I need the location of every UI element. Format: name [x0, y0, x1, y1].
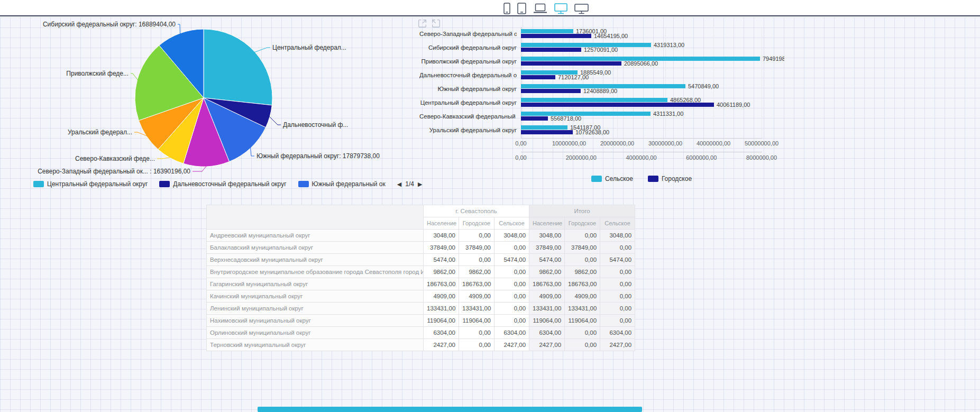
bar-gorodskoe[interactable]	[521, 116, 548, 121]
bar-gorodskoe[interactable]	[521, 48, 581, 52]
bar-selskoe[interactable]	[521, 125, 567, 130]
table-corner-cell	[207, 205, 424, 230]
legend-swatch	[648, 176, 658, 182]
value-cell: 9862,00	[529, 266, 565, 278]
bar-chart-widget: Северо-Западный федеральный ок...1736001…	[419, 27, 784, 188]
table-row[interactable]: Орлиновский муниципальный округ6304,000,…	[207, 327, 635, 339]
row-name-cell: Внутригородское муниципальное образовани…	[207, 266, 424, 278]
table-row[interactable]: Терновский муниципальный округ2427,000,0…	[207, 339, 635, 351]
bar-category-label: Южный федеральный округ	[419, 86, 517, 92]
row-name-cell: Ленинский муниципальный округ	[207, 303, 424, 315]
table-group-header[interactable]: Итого	[529, 205, 635, 217]
value-cell: 2427,00	[494, 339, 529, 351]
table-column-header[interactable]: Городское	[459, 217, 494, 230]
value-cell: 5474,00	[529, 254, 565, 266]
table-row[interactable]: Ленинский муниципальный округ133431,0013…	[207, 303, 635, 315]
value-cell: 133431,00	[565, 303, 600, 315]
value-cell: 0,00	[600, 290, 635, 303]
mobile-portrait-icon[interactable]	[503, 3, 510, 14]
bar-selskoe[interactable]	[521, 112, 651, 116]
value-cell: 37849,00	[459, 242, 494, 254]
table-column-header[interactable]: Городское	[565, 217, 600, 230]
legend-prev-icon[interactable]: ◀	[397, 181, 401, 187]
value-cell: 0,00	[600, 303, 635, 315]
value-cell: 119064,00	[565, 315, 600, 327]
table-column-header[interactable]: Сельское	[600, 217, 635, 230]
bar-axis-line-selskoe	[521, 152, 762, 152]
pie-legend-item[interactable]: Южный федеральный ок	[298, 180, 386, 188]
value-cell: 0,00	[600, 278, 635, 290]
value-cell: 0,00	[459, 254, 494, 266]
bar-gorodskoe[interactable]	[521, 34, 591, 38]
value-cell: 4909,00	[565, 290, 600, 303]
desktop-monitor-icon[interactable]	[554, 3, 567, 14]
bar-gorodskoe[interactable]	[521, 103, 714, 107]
bar-axis-selskoe: 0,002000000,004000000,006000000,00800000…	[419, 154, 784, 162]
pie-slice-label: Сибирский федеральный округ: 16889404,00	[43, 21, 176, 28]
bar-value-label: 20895066,00	[624, 61, 658, 67]
table-column-header[interactable]: Сельское	[494, 217, 529, 230]
table-row[interactable]: Нахимовский муниципальный округ119064,00…	[207, 315, 635, 327]
bar-value-label: 4319313,00	[654, 42, 684, 48]
value-cell: 3048,00	[494, 230, 529, 242]
row-name-cell: Андреевский муниципальный округ	[207, 230, 424, 242]
table-row[interactable]: Качинский муниципальный округ4909,004909…	[207, 290, 635, 303]
bar-value-label: 12408889,00	[583, 88, 617, 94]
value-cell: 0,00	[565, 339, 600, 351]
value-cell: 5474,00	[424, 254, 459, 266]
value-cell: 0,00	[494, 315, 529, 327]
pie-slice-0[interactable]	[204, 29, 272, 105]
pie-legend: Центральный федеральный округДальневосто…	[33, 179, 422, 189]
bar-legend-item[interactable]: Сельское	[591, 175, 633, 182]
value-cell: 5474,00	[494, 254, 529, 266]
table-row[interactable]: Балаклавский муниципальный округ37849,00…	[207, 242, 635, 254]
bottom-widget-strip[interactable]	[258, 407, 642, 412]
table-column-header[interactable]: Население	[529, 217, 565, 230]
bar-selskoe[interactable]	[521, 98, 667, 102]
data-table-widget: г. СевастопольИтогоНаселениеГородскоеСел…	[206, 205, 635, 351]
row-name-cell: Терновский муниципальный округ	[207, 339, 424, 351]
bar-value-label: 10792638,00	[575, 130, 609, 135]
widescreen-monitor-icon[interactable]	[574, 3, 589, 14]
bar-value-label: 14654195,00	[594, 33, 628, 39]
value-cell: 4909,00	[459, 290, 494, 303]
table-column-header[interactable]: Население	[424, 217, 459, 230]
bar-selskoe[interactable]	[521, 29, 573, 33]
bar-value-label: 7949198,00	[763, 56, 784, 62]
bar-legend-item[interactable]: Городское	[648, 175, 692, 182]
axis-tick-label: 30000000,00	[648, 140, 682, 147]
bar-row: Северо-Западный федеральный ок...1736001…	[419, 27, 784, 41]
bar-gorodskoe[interactable]	[521, 75, 555, 79]
laptop-icon[interactable]	[533, 3, 547, 14]
table-row[interactable]: Гагаринский муниципальный округ186763,00…	[207, 278, 635, 290]
bar-category-label: Дальневосточный федеральный ок...	[419, 72, 517, 78]
bar-gorodskoe[interactable]	[521, 61, 621, 66]
bar-gorodskoe[interactable]	[521, 89, 581, 93]
table-row[interactable]: Внутригородское муниципальное образовани…	[207, 266, 635, 278]
tablet-portrait-icon[interactable]	[517, 3, 526, 14]
legend-label: Сельское	[605, 175, 633, 182]
table-row[interactable]: Андреевский муниципальный округ3048,000,…	[207, 230, 635, 242]
bar-gorodskoe[interactable]	[521, 130, 573, 134]
bar-category-label: Центральный федеральный округ	[419, 99, 517, 106]
bar-value-label: 5568718,00	[551, 116, 581, 122]
legend-swatch	[33, 181, 44, 187]
bar-row: Дальневосточный федеральный ок...1885549…	[419, 68, 784, 82]
bar-legend: СельскоеГородское	[521, 175, 762, 182]
bar-row: Центральный федеральный округ4865268,004…	[419, 96, 784, 109]
axis-tick-label: 0,00	[515, 154, 526, 161]
pie-legend-item[interactable]: Дальневосточный федеральный округ	[159, 180, 286, 188]
bar-value-label: 4311331,00	[653, 111, 683, 117]
pie-slice-label: Дальневосточный ф...	[283, 121, 348, 129]
value-cell: 119064,00	[529, 315, 565, 327]
axis-tick-label: 6000000,00	[686, 154, 717, 161]
value-cell: 0,00	[494, 266, 529, 278]
pie-slice-label: Северо-Западный федеральный ок... : 1639…	[38, 168, 190, 175]
value-cell: 3048,00	[600, 230, 635, 242]
bar-category-label: Уральский федеральный округ	[419, 127, 517, 133]
table-group-header[interactable]: г. Севастополь	[424, 205, 529, 217]
value-cell: 0,00	[459, 327, 494, 339]
axis-tick-label: 10000000,00	[552, 140, 586, 147]
pie-legend-item[interactable]: Центральный федеральный округ	[33, 180, 148, 188]
table-row[interactable]: Верхнесадовский муниципальный округ5474,…	[207, 254, 635, 266]
